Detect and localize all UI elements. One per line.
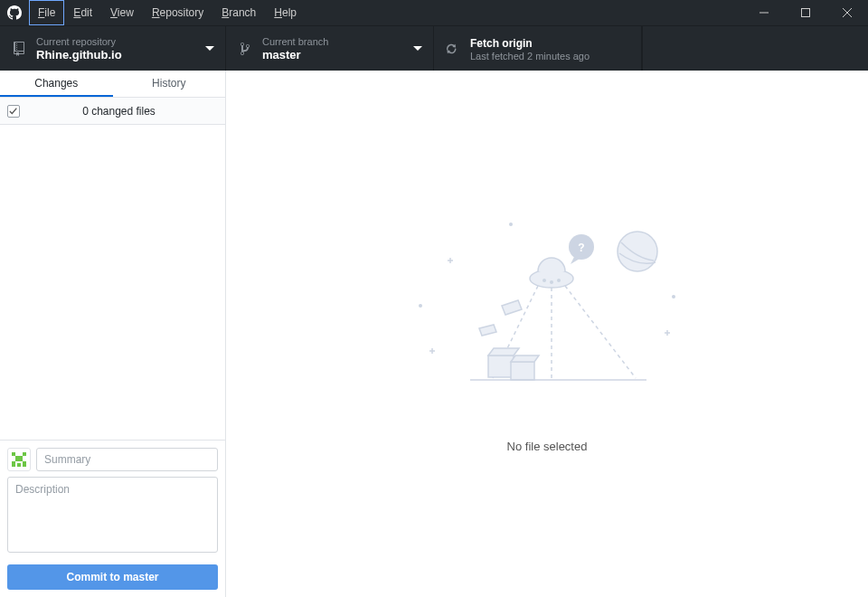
select-all-checkbox[interactable] (7, 105, 20, 118)
svg-point-16 (542, 279, 546, 282)
summary-input[interactable] (36, 448, 218, 471)
svg-rect-10 (17, 463, 21, 467)
changes-header: 0 changed files (0, 98, 225, 125)
menu-bar: File Edit View Repository Branch Help (29, 0, 306, 25)
svg-text:?: ? (578, 242, 584, 254)
svg-point-12 (419, 304, 422, 308)
window-controls (743, 0, 868, 25)
repo-icon (11, 42, 27, 56)
titlebar: File Edit View Repository Branch Help (0, 0, 868, 25)
toolbar: Current repository Rhine.github.io Curre… (0, 25, 868, 71)
main-panel: ? No file selected (226, 71, 868, 597)
repo-value: Rhine.github.io (36, 48, 122, 62)
current-repository-dropdown[interactable]: Current repository Rhine.github.io (0, 26, 226, 71)
svg-point-14 (618, 232, 657, 271)
close-button[interactable] (826, 0, 868, 25)
empty-illustration: ? (402, 215, 692, 414)
svg-line-23 (565, 286, 636, 378)
menu-view[interactable]: View (101, 0, 143, 25)
svg-rect-7 (15, 456, 23, 461)
sidebar: Changes History 0 changed files Commit t… (0, 71, 226, 597)
fetch-label: Fetch origin (470, 37, 590, 50)
tab-history[interactable]: History (113, 71, 226, 97)
changed-files-count: 0 changed files (20, 105, 218, 118)
svg-rect-8 (12, 461, 15, 467)
commit-form: Commit to master (0, 440, 225, 597)
svg-rect-25 (511, 362, 534, 380)
commit-button-branch: master (123, 571, 158, 583)
commit-button-prefix: Commit to (66, 571, 123, 583)
chevron-down-icon (205, 46, 214, 52)
menu-branch[interactable]: Branch (212, 0, 265, 25)
menu-help[interactable]: Help (265, 0, 306, 25)
svg-rect-1 (802, 9, 810, 17)
fetch-status: Last fetched 2 minutes ago (470, 51, 590, 62)
menu-file[interactable]: File (29, 0, 64, 25)
branch-value: master (262, 48, 328, 62)
branch-label: Current branch (262, 36, 328, 47)
commit-button[interactable]: Commit to master (7, 564, 218, 590)
svg-rect-24 (488, 355, 514, 377)
menu-repository[interactable]: Repository (143, 0, 212, 25)
sync-icon (445, 43, 461, 55)
avatar (7, 448, 31, 471)
svg-rect-6 (23, 452, 26, 456)
sidebar-tabs: Changes History (0, 71, 225, 98)
svg-point-18 (557, 279, 561, 282)
minimize-button[interactable] (743, 0, 785, 25)
github-logo-icon (5, 4, 24, 22)
current-branch-dropdown[interactable]: Current branch master (226, 26, 434, 71)
tab-changes[interactable]: Changes (0, 71, 113, 97)
chevron-down-icon (413, 46, 422, 52)
branch-icon (237, 42, 253, 56)
svg-rect-5 (12, 452, 15, 456)
maximize-button[interactable] (785, 0, 826, 25)
svg-point-17 (550, 280, 553, 284)
menu-edit[interactable]: Edit (64, 0, 101, 25)
changes-list (0, 125, 225, 440)
svg-rect-9 (23, 461, 26, 467)
svg-point-15 (530, 270, 573, 288)
description-input[interactable] (7, 477, 218, 553)
fetch-origin-button[interactable]: Fetch origin Last fetched 2 minutes ago (434, 26, 642, 71)
repo-label: Current repository (36, 36, 122, 47)
svg-point-13 (672, 295, 675, 298)
svg-point-11 (509, 223, 513, 226)
empty-state-text: No file selected (507, 440, 588, 453)
